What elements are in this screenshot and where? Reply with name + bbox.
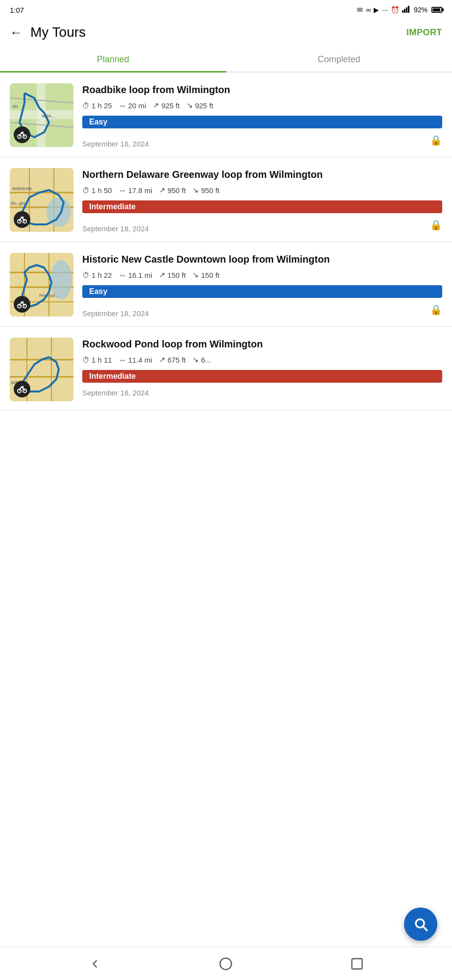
duration-stat: ⏱ 1 h 11 xyxy=(82,356,112,364)
tour-name: Historic New Castle Downtown loop from W… xyxy=(82,253,442,266)
tour-info: Rockwood Pond loop from Wilmington ⏱ 1 h… xyxy=(82,338,442,397)
elev-up-stat: ↗ 950 ft xyxy=(159,186,186,195)
distance-icon: ↔ xyxy=(119,356,126,364)
import-button[interactable]: IMPORT xyxy=(406,27,442,38)
difficulty-badge: Easy xyxy=(82,116,442,128)
tour-date: September 18, 2024 xyxy=(82,224,149,233)
distance-stat: ↔ 20 mi xyxy=(119,101,146,110)
more-icon: ··· xyxy=(382,6,388,14)
difficulty-badge: Intermediate xyxy=(82,200,442,213)
tour-info: Historic New Castle Downtown loop from W… xyxy=(82,253,442,318)
distance-icon: ↔ xyxy=(119,186,126,195)
back-button[interactable]: ← xyxy=(10,25,23,40)
elev-up-stat: ↗ 675 ft xyxy=(159,355,186,364)
elev-up-icon: ↗ xyxy=(153,101,159,110)
tab-completed[interactable]: Completed xyxy=(226,48,452,72)
distance-stat: ↔ 16.1 mi xyxy=(119,271,152,279)
distance-icon: ↔ xyxy=(119,271,126,279)
tour-item[interactable]: sin Wilm... Roadbike loop from Wilmingto… xyxy=(0,73,452,157)
elev-down-icon: ↘ xyxy=(192,355,199,364)
svg-text:sin: sin xyxy=(12,104,18,109)
clock-icon: ⏱ xyxy=(82,186,90,195)
tour-stats: ⏱ 1 h 22 ↔ 16.1 mi ↗ 150 ft ↘ 150 ft xyxy=(82,270,442,279)
back-nav-button[interactable] xyxy=(88,957,102,971)
svg-rect-1 xyxy=(404,9,405,13)
tour-map-thumbnail: Pennsyl... xyxy=(10,253,73,317)
elev-up-stat: ↗ 925 ft xyxy=(153,101,180,110)
tour-date: September 18, 2024 xyxy=(82,140,149,148)
tour-item[interactable]: Bellefonte ilm..gton Northern Delaware G… xyxy=(0,157,452,242)
clock-icon: ⏱ xyxy=(82,271,90,279)
clock-icon: ⏱ xyxy=(82,101,90,110)
duration-stat: ⏱ 1 h 25 xyxy=(82,101,112,110)
search-fab-button[interactable] xyxy=(404,907,437,941)
tour-map-thumbnail: Wilm... xyxy=(10,338,73,401)
distance-stat: ↔ 17.8 mi xyxy=(119,186,152,195)
bike-badge xyxy=(14,296,30,313)
home-nav-button[interactable] xyxy=(219,957,233,971)
status-bar: 1:07 ✉ ∞ ▶ ··· ⏰ 92% xyxy=(0,0,452,20)
signal-icon xyxy=(402,6,411,14)
elev-down-stat: ↘ 6... xyxy=(192,355,211,364)
tour-info: Northern Delaware Greenway loop from Wil… xyxy=(82,168,442,233)
tour-item[interactable]: Pennsyl... Historic New Castle Downtown … xyxy=(0,242,452,327)
tabs-container: Planned Completed xyxy=(0,48,452,73)
tour-name: Roadbike loop from Wilmington xyxy=(82,83,442,96)
tour-name: Rockwood Pond loop from Wilmington xyxy=(82,338,442,350)
tour-info: Roadbike loop from Wilmington ⏱ 1 h 25 ↔… xyxy=(82,83,442,148)
tour-map-thumbnail: sin Wilm... xyxy=(10,83,73,147)
tour-bottom-row: September 18, 2024 🔒 xyxy=(82,219,442,233)
tab-planned[interactable]: Planned xyxy=(0,48,226,72)
elev-up-icon: ↗ xyxy=(159,355,166,364)
bike-badge xyxy=(14,126,30,143)
page-title: My Tours xyxy=(30,24,86,40)
lock-icon: 🔒 xyxy=(430,134,442,148)
voicemail-icon: ∞ xyxy=(366,6,371,14)
elev-down-icon: ↘ xyxy=(192,270,199,279)
elev-up-icon: ↗ xyxy=(159,270,166,279)
app-header: ← My Tours IMPORT xyxy=(0,20,452,48)
svg-rect-0 xyxy=(402,10,404,13)
lock-icon: 🔒 xyxy=(430,219,442,233)
elev-down-icon: ↘ xyxy=(192,186,199,195)
tour-stats: ⏱ 1 h 50 ↔ 17.8 mi ↗ 950 ft ↘ 950 ft xyxy=(82,186,442,195)
status-time: 1:07 xyxy=(10,6,24,14)
elev-down-stat: ↘ 925 ft xyxy=(187,101,214,110)
distance-stat: ↔ 11.4 mi xyxy=(119,356,152,364)
elev-up-icon: ↗ xyxy=(159,186,166,195)
alarm-icon: ⏰ xyxy=(391,6,399,14)
tour-map-thumbnail: Bellefonte ilm..gton xyxy=(10,168,73,232)
tour-name: Northern Delaware Greenway loop from Wil… xyxy=(82,168,442,181)
svg-point-11 xyxy=(18,135,21,138)
elev-down-icon: ↘ xyxy=(187,101,193,110)
bottom-nav xyxy=(0,947,452,980)
elev-down-stat: ↘ 950 ft xyxy=(192,186,219,195)
header-left: ← My Tours xyxy=(10,24,86,40)
elev-down-stat: ↘ 150 ft xyxy=(192,270,219,279)
tour-stats: ⏱ 1 h 11 ↔ 11.4 mi ↗ 675 ft ↘ 6... xyxy=(82,355,442,364)
battery-icon xyxy=(431,7,442,13)
svg-text:Bellefonte: Bellefonte xyxy=(12,186,32,191)
tour-item[interactable]: Wilm... Rockwood Pond loop from Wilmingt… xyxy=(0,327,452,411)
lock-icon: 🔒 xyxy=(430,304,442,318)
tour-bottom-row: September 18, 2024 🔒 xyxy=(82,134,442,148)
battery-percentage: 92% xyxy=(414,6,428,14)
bike-badge xyxy=(14,211,30,228)
distance-icon: ↔ xyxy=(119,101,126,110)
play-icon: ▶ xyxy=(374,6,379,14)
svg-text:Wilm...: Wilm... xyxy=(42,114,55,119)
svg-point-21 xyxy=(18,220,21,223)
tour-stats: ⏱ 1 h 25 ↔ 20 mi ↗ 925 ft ↘ 925 ft xyxy=(82,101,442,110)
status-icons: ✉ ∞ ▶ ··· ⏰ 92% xyxy=(357,6,442,14)
svg-rect-2 xyxy=(406,7,407,13)
difficulty-badge: Intermediate xyxy=(82,370,442,383)
svg-rect-3 xyxy=(408,6,409,13)
email-icon: ✉ xyxy=(357,6,363,14)
tour-date: September 18, 2024 xyxy=(82,389,149,397)
duration-stat: ⏱ 1 h 22 xyxy=(82,271,112,279)
recents-nav-button[interactable] xyxy=(350,957,364,971)
tour-date: September 18, 2024 xyxy=(82,309,149,318)
tour-bottom-row: September 18, 2024 🔒 xyxy=(82,304,442,318)
elev-up-stat: ↗ 150 ft xyxy=(159,270,186,279)
difficulty-badge: Easy xyxy=(82,285,442,298)
